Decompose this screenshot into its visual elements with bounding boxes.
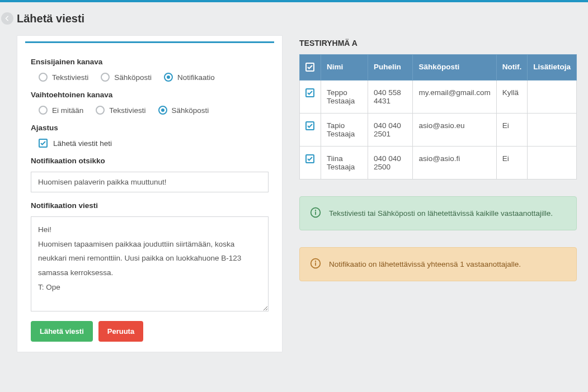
cell-email: my.email@gmail.com: [413, 81, 496, 114]
radio-primary-sms[interactable]: Tekstiviesti: [39, 73, 88, 82]
cell-phone: 040 040 2501: [368, 114, 413, 147]
cell-email: asio@asio.fi: [413, 147, 496, 180]
table-row: Tapio Testaaja 040 040 2501 asio@asio.eu…: [300, 114, 577, 147]
cell-extra: [528, 147, 577, 180]
back-arrow-icon[interactable]: [1, 12, 13, 25]
primary-channel-group: Tekstiviesti Sähköposti Notifikaatio: [31, 73, 269, 82]
row-checkbox[interactable]: [305, 88, 314, 97]
group-title: TESTIRYHMÄ A: [299, 39, 577, 48]
send-button[interactable]: Lähetä viesti: [31, 321, 93, 342]
cell-phone: 040 558 4431: [368, 81, 413, 114]
table-row: Tiina Testaaja 040 040 2500 asio@asio.fi…: [300, 147, 577, 180]
cell-name: Teppo Testaaja: [321, 81, 368, 114]
info-icon: [310, 258, 321, 271]
alert-text: Notifikaatio on lähetettävissä yhteensä …: [329, 260, 521, 268]
th-name[interactable]: Nimi: [321, 55, 368, 81]
recipients-table: Nimi Puhelin Sähköposti Notif. Lisätieto…: [299, 54, 577, 180]
timing-label: Ajastus: [31, 124, 269, 132]
radio-alt-none[interactable]: Ei mitään: [39, 106, 83, 115]
info-icon: [310, 207, 321, 220]
cell-phone: 040 040 2500: [368, 147, 413, 180]
notif-title-label: Notifikaation otsikko: [31, 157, 269, 165]
cell-name: Tiina Testaaja: [321, 147, 368, 180]
radio-label: Ei mitään: [52, 106, 83, 115]
alert-deliverable: Tekstiviesti tai Sähköposti on lähetettä…: [299, 196, 577, 230]
row-checkbox[interactable]: [305, 121, 314, 130]
cell-extra: [528, 81, 577, 114]
svg-point-1: [315, 210, 316, 211]
th-checkbox[interactable]: [300, 55, 321, 81]
radio-alt-email[interactable]: Sähköposti: [158, 106, 209, 115]
send-now-label: Lähetä viestit heti: [53, 139, 112, 148]
row-checkbox[interactable]: [305, 154, 314, 163]
compose-panel: Ensisijainen kanava Tekstiviesti Sähköpo…: [17, 35, 283, 352]
th-extra[interactable]: Lisätietoja: [528, 55, 577, 81]
cell-extra: [528, 114, 577, 147]
notif-message-textarea[interactable]: [31, 216, 269, 311]
radio-alt-sms[interactable]: Tekstiviesti: [96, 106, 145, 115]
alert-partial: Notifikaatio on lähetettävissä yhteensä …: [299, 247, 577, 281]
cell-name: Tapio Testaaja: [321, 114, 368, 147]
th-notif[interactable]: Notif.: [496, 55, 528, 81]
th-email[interactable]: Sähköposti: [413, 55, 496, 81]
cell-email: asio@asio.eu: [413, 114, 496, 147]
alt-channel-group: Ei mitään Tekstiviesti Sähköposti: [31, 106, 269, 115]
table-row: Teppo Testaaja 040 558 4431 my.email@gma…: [300, 81, 577, 114]
radio-primary-email[interactable]: Sähköposti: [101, 73, 152, 82]
th-phone[interactable]: Puhelin: [368, 55, 413, 81]
radio-primary-notif[interactable]: Notifikaatio: [164, 73, 215, 82]
svg-rect-2: [315, 211, 316, 215]
svg-rect-5: [315, 262, 316, 266]
radio-label: Tekstiviesti: [52, 73, 88, 82]
primary-channel-label: Ensisijainen kanava: [31, 58, 269, 66]
radio-label: Notifikaatio: [177, 73, 215, 82]
cell-notif: Kyllä: [496, 81, 528, 114]
alert-text: Tekstiviesti tai Sähköposti on lähetettä…: [329, 209, 553, 218]
notif-message-label: Notifikaation viesti: [31, 201, 269, 210]
notif-title-input[interactable]: [31, 172, 269, 192]
alt-channel-label: Vaihtoehtoinen kanava: [31, 91, 269, 99]
radio-label: Sähköposti: [172, 106, 209, 115]
svg-point-4: [315, 261, 316, 262]
cell-notif: Ei: [496, 114, 528, 147]
radio-label: Sähköposti: [114, 73, 152, 82]
send-now-checkbox[interactable]: [39, 139, 48, 148]
page-title: Lähetä viesti: [0, 2, 588, 35]
cancel-button[interactable]: Peruuta: [98, 321, 143, 342]
radio-label: Tekstiviesti: [109, 106, 145, 115]
cell-notif: Ei: [496, 147, 528, 180]
